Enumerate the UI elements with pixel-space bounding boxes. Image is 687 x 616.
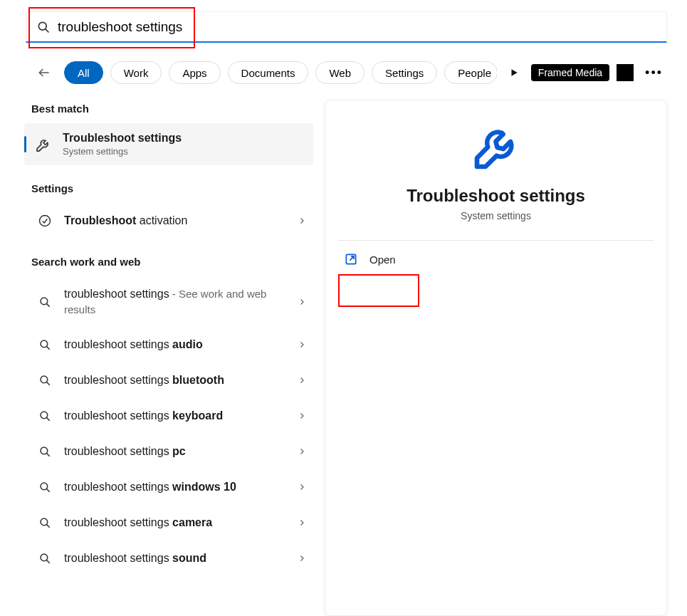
chevron-right-icon [298, 518, 306, 527]
web-result[interactable]: troubleshoot settings keyboard [24, 398, 313, 434]
chevron-right-icon [298, 216, 306, 225]
web-result[interactable]: troubleshoot settings pc [24, 434, 313, 469]
tab-label: Web [329, 67, 351, 79]
result-label: Troubleshoot activation [64, 213, 298, 229]
svg-point-17 [41, 518, 48, 526]
svg-point-0 [38, 22, 46, 30]
chevron-right-icon [298, 376, 306, 385]
search-icon [37, 408, 53, 424]
best-match-text: Troubleshoot settings System settings [63, 132, 182, 157]
tab-work[interactable]: Work [110, 61, 162, 84]
svg-line-20 [47, 560, 50, 563]
result-label: troubleshoot settings bluetooth [64, 372, 298, 388]
search-icon [37, 294, 53, 310]
settings-result-troubleshoot-activation[interactable]: Troubleshoot activation [24, 203, 313, 239]
svg-line-8 [47, 347, 50, 350]
svg-point-9 [41, 376, 48, 383]
svg-line-1 [46, 28, 49, 32]
result-label: troubleshoot settings sound [64, 550, 298, 566]
tabs-scroll: All Work Apps Documents Web Settings Peo… [64, 61, 497, 84]
wrench-large-icon [471, 122, 522, 173]
framed-media-badge[interactable]: Framed Media [531, 64, 609, 81]
filter-tabs-row: All Work Apps Documents Web Settings Peo… [31, 60, 667, 85]
account-thumbnail[interactable] [617, 64, 634, 81]
svg-line-12 [47, 418, 50, 421]
svg-point-4 [40, 216, 51, 226]
web-result[interactable]: troubleshoot settings bluetooth [24, 362, 313, 398]
tab-apps[interactable]: Apps [169, 61, 220, 84]
svg-line-16 [47, 489, 50, 492]
main-content: Best match Troubleshoot settings System … [24, 100, 667, 616]
annotation-open-highlight [338, 274, 419, 307]
tab-label: All [78, 67, 90, 79]
section-best-match: Best match [24, 100, 313, 123]
best-match-title: Troubleshoot settings [63, 132, 182, 145]
result-label: troubleshoot settings windows 10 [64, 479, 298, 495]
svg-point-11 [41, 412, 48, 419]
web-result[interactable]: troubleshoot settings sound [24, 541, 313, 576]
chevron-right-icon [298, 412, 306, 420]
search-icon [37, 444, 53, 459]
tab-settings[interactable]: Settings [372, 61, 437, 84]
svg-line-18 [47, 525, 50, 528]
tab-label: Apps [182, 67, 206, 79]
search-icon [37, 372, 53, 388]
result-label: troubleshoot settings audio [64, 337, 298, 353]
chevron-right-icon [298, 298, 306, 306]
svg-line-6 [47, 303, 50, 306]
tab-label: Work [124, 67, 149, 79]
web-result[interactable]: troubleshoot settings audio [24, 327, 313, 362]
result-label: troubleshoot settings camera [64, 515, 298, 531]
svg-point-7 [41, 340, 48, 348]
results-column: Best match Troubleshoot settings System … [24, 100, 313, 616]
tabs-scroll-right[interactable] [504, 61, 524, 84]
svg-point-15 [41, 483, 48, 490]
tab-people[interactable]: People [444, 61, 497, 84]
section-settings: Settings [24, 165, 313, 203]
tab-all[interactable]: All [64, 61, 103, 84]
search-icon [36, 20, 51, 34]
chevron-right-icon [298, 447, 306, 456]
section-search-web: Search work and web [24, 239, 313, 276]
tab-documents[interactable]: Documents [228, 61, 309, 84]
arrow-left-icon [37, 66, 51, 80]
framed-label: Framed Media [538, 67, 602, 78]
web-result[interactable]: troubleshoot settings - See work and web… [24, 276, 313, 327]
result-label: troubleshoot settings keyboard [64, 408, 298, 424]
search-icon [37, 337, 53, 353]
detail-title: Troubleshoot settings [407, 186, 585, 206]
search-bar[interactable] [26, 11, 667, 43]
svg-line-14 [47, 454, 50, 456]
chevron-right-icon [298, 483, 306, 491]
search-icon [37, 550, 53, 566]
search-icon [37, 515, 53, 531]
svg-point-13 [41, 447, 48, 454]
best-match-subtitle: System settings [63, 146, 182, 157]
search-input[interactable] [58, 19, 656, 35]
open-external-icon [344, 252, 358, 266]
tab-web[interactable]: Web [315, 61, 365, 84]
svg-marker-3 [511, 69, 517, 75]
tab-label: Settings [385, 67, 424, 79]
svg-point-5 [41, 298, 48, 305]
open-label: Open [369, 254, 396, 266]
chevron-right-icon [298, 340, 306, 349]
detail-subtitle: System settings [461, 210, 531, 221]
chevron-right-icon [298, 554, 306, 563]
tab-label: Documents [241, 67, 295, 79]
more-options-button[interactable]: ••• [641, 66, 667, 80]
result-label: troubleshoot settings pc [64, 444, 298, 459]
svg-point-19 [41, 554, 48, 561]
checkmark-circle-icon [37, 213, 53, 229]
wrench-icon [34, 135, 53, 154]
detail-panel: Troubleshoot settings System settings Op… [325, 100, 667, 616]
svg-line-10 [47, 382, 50, 385]
web-result[interactable]: troubleshoot settings windows 10 [24, 469, 313, 505]
tab-label: People [458, 67, 491, 79]
result-label: troubleshoot settings - See work and web… [64, 286, 298, 317]
open-action[interactable]: Open [325, 241, 666, 278]
back-button[interactable] [31, 60, 57, 85]
detail-hero: Troubleshoot settings System settings [325, 122, 666, 221]
best-match-result[interactable]: Troubleshoot settings System settings [24, 123, 313, 165]
web-result[interactable]: troubleshoot settings camera [24, 505, 313, 541]
